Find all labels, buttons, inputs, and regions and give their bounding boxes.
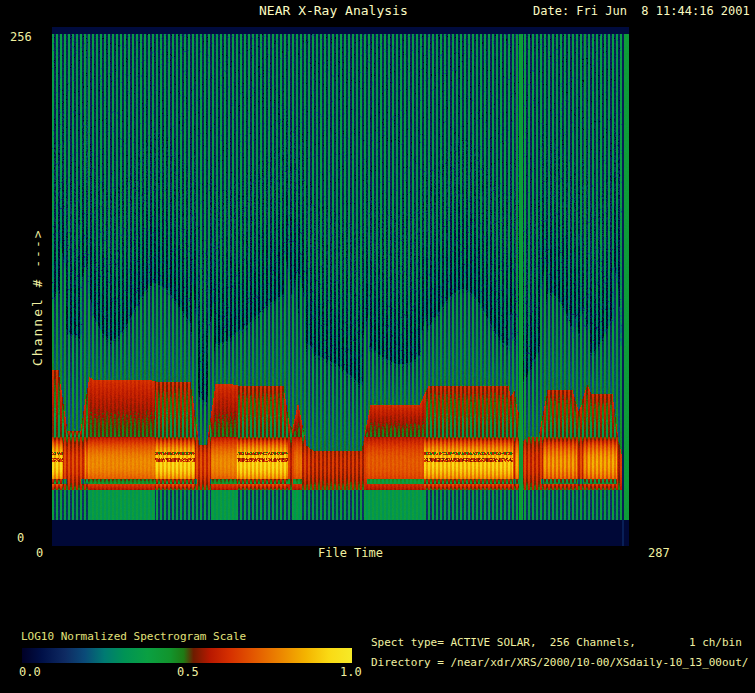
colorbar-tick-max: 1.0 bbox=[340, 666, 362, 679]
colorbar-tick-mid: 0.5 bbox=[177, 666, 199, 679]
y-axis-max-label: 256 bbox=[10, 31, 32, 44]
y-axis-min-label: 0 bbox=[17, 532, 24, 545]
near-xray-analysis-window: NEAR X-Ray Analysis Date: Fri Jun 8 11:4… bbox=[0, 0, 755, 693]
spectrogram-plot bbox=[52, 27, 629, 546]
directory-line: Directory = /near/xdr/XRS/2000/10-00/XSd… bbox=[371, 657, 749, 669]
colorbar-title: LOG10 Normalized Spectrogram Scale bbox=[21, 631, 246, 643]
x-axis-min-label: 0 bbox=[36, 547, 43, 560]
x-axis-max-label: 287 bbox=[648, 547, 670, 560]
colorbar-gradient bbox=[22, 648, 352, 663]
spect-type-line: Spect type= ACTIVE SOLAR, 256 Channels, … bbox=[371, 637, 742, 649]
y-axis-title: Channel # ---> bbox=[31, 228, 44, 366]
page-title: NEAR X-Ray Analysis bbox=[259, 4, 408, 17]
header-date: Date: Fri Jun 8 11:44:16 2001 bbox=[533, 5, 750, 18]
colorbar-tick-min: 0.0 bbox=[19, 666, 41, 679]
x-axis-title: File Time bbox=[318, 547, 383, 560]
